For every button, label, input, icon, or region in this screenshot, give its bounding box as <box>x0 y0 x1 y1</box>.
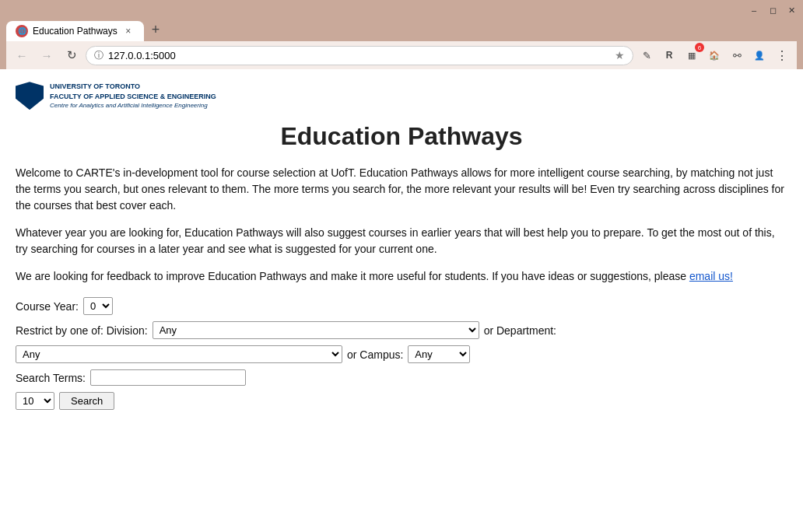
intro-paragraph-1: Welcome to CARTE's in-development tool f… <box>16 165 787 214</box>
toolbar-row: ← → ↻ ⓘ ★ ✎ R ▦ 6 🏠 ⚯ 👤 ⋮ <box>6 41 797 69</box>
uoft-extension-button[interactable]: 🏠 <box>704 45 724 65</box>
search-button[interactable]: Search <box>59 392 114 410</box>
uoft-logo-text: UNIVERSITY OF TORONTO FACULTY OF APPLIED… <box>50 82 216 110</box>
search-terms-input[interactable] <box>90 369 246 386</box>
or-campus-label: or Campus: <box>347 348 403 361</box>
email-us-link[interactable]: email us! <box>689 270 733 282</box>
new-tab-button[interactable]: + <box>146 19 167 41</box>
intro3-before-text: We are looking for feedback to improve E… <box>16 270 689 282</box>
avatar-extension-button[interactable]: 👤 <box>749 45 770 65</box>
r-extension-button[interactable]: R <box>659 45 679 65</box>
intro-paragraph-3: We are looking for feedback to improve E… <box>16 268 787 285</box>
division-row: Restrict by one of: Division: Any Arts &… <box>16 321 787 339</box>
search-action-row: 10 25 50 100 Search <box>16 392 787 410</box>
search-terms-row: Search Terms: <box>16 369 787 386</box>
course-year-row: Course Year: 0 1 2 3 4 <box>16 297 787 315</box>
course-year-select[interactable]: 0 1 2 3 4 <box>83 297 113 315</box>
or-department-label: or Department: <box>484 324 556 337</box>
tabs-row: 🌐 Education Pathways × + <box>6 19 797 41</box>
uoft-university-name: UNIVERSITY OF TORONTO <box>50 82 216 92</box>
page-title: Education Pathways <box>16 122 787 151</box>
reload-button[interactable]: ↻ <box>61 44 82 66</box>
forward-button[interactable]: → <box>36 44 58 66</box>
results-count-select[interactable]: 10 25 50 100 <box>16 392 54 410</box>
form-section: Course Year: 0 1 2 3 4 Restrict by one o… <box>16 297 787 410</box>
pencil-extension-button[interactable]: ✎ <box>636 45 657 65</box>
badge-extension-wrapper: ▦ 6 <box>682 45 702 65</box>
browser-chrome: – ◻ ✕ 🌐 Education Pathways × + ← → ↻ ⓘ ★… <box>0 0 803 69</box>
intro-paragraph-2: Whatever year you are looking for, Educa… <box>16 225 787 257</box>
tab-title: Education Pathways <box>33 26 117 37</box>
address-bar: ⓘ ★ <box>86 46 633 65</box>
restore-button[interactable]: ◻ <box>767 5 778 16</box>
back-button[interactable]: ← <box>11 44 33 66</box>
menu-button[interactable]: ⋮ <box>772 45 792 65</box>
minimize-button[interactable]: – <box>749 5 759 16</box>
restrict-label: Restrict by one of: Division: <box>16 324 148 337</box>
uoft-faculty-name: FACULTY OF APPLIED SCIENCE & ENGINEERING <box>50 92 216 102</box>
division-select[interactable]: Any Arts & Science Applied Science & Eng… <box>153 321 479 339</box>
title-bar: – ◻ ✕ <box>6 5 797 16</box>
tab-close-button[interactable]: × <box>122 25 135 37</box>
toolbar-extensions: ✎ R ▦ 6 🏠 ⚯ 👤 ⋮ <box>636 45 792 65</box>
department-select[interactable]: Any Computer Science Mathematics Physics… <box>16 345 342 363</box>
uoft-shield-icon <box>16 82 44 110</box>
tab-favicon: 🌐 <box>16 25 28 37</box>
badge-count: 6 <box>695 43 704 52</box>
close-button[interactable]: ✕ <box>786 5 797 16</box>
course-year-label: Course Year: <box>16 300 79 313</box>
uoft-centre-name: Centre for Analytics and Artificial Inte… <box>50 101 216 110</box>
department-campus-row: Any Computer Science Mathematics Physics… <box>16 345 787 363</box>
puzzle-extension-button[interactable]: ⚯ <box>727 45 747 65</box>
address-input[interactable] <box>108 50 610 61</box>
address-lock-icon: ⓘ <box>94 49 103 62</box>
search-terms-label: Search Terms: <box>16 372 86 384</box>
bookmark-button[interactable]: ★ <box>615 49 625 61</box>
page-content: UNIVERSITY OF TORONTO FACULTY OF APPLIED… <box>0 69 803 474</box>
window-controls: – ◻ ✕ <box>749 5 797 16</box>
active-tab[interactable]: 🌐 Education Pathways × <box>6 21 144 41</box>
uoft-logo: UNIVERSITY OF TORONTO FACULTY OF APPLIED… <box>16 82 787 110</box>
campus-select[interactable]: Any St. George Mississauga Scarborough <box>408 345 470 363</box>
